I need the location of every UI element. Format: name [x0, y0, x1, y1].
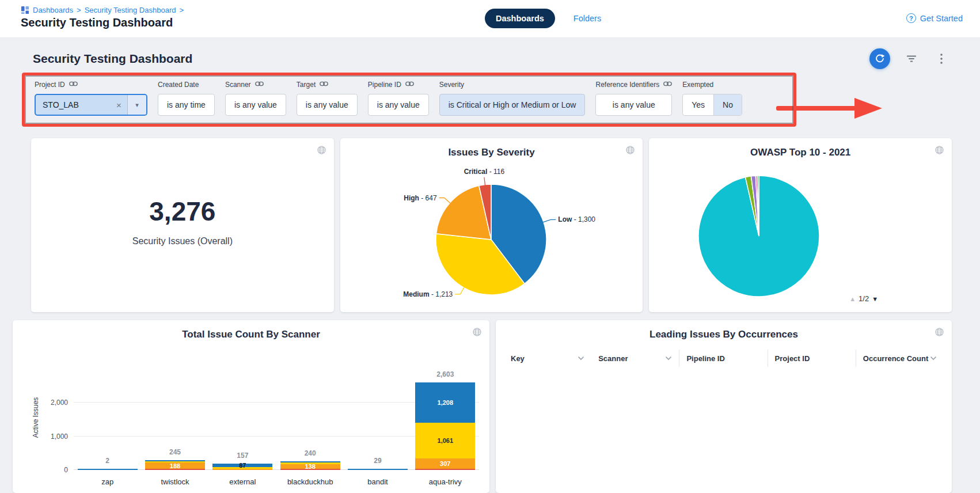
filter-value-target[interactable]: is any value: [297, 94, 358, 116]
dropdown-caret-icon[interactable]: ▾: [128, 95, 146, 115]
bar-segment-medium[interactable]: [280, 462, 340, 464]
stacked-bar-blackduckhub[interactable]: 138: [280, 461, 340, 470]
filter-value-reference_identifiers[interactable]: is any value: [595, 94, 672, 116]
column-label: Key: [511, 354, 525, 363]
kpi-label: Security Issues (Overall): [31, 236, 334, 246]
globe-icon: [935, 327, 944, 337]
page-down-icon[interactable]: ▼: [872, 295, 878, 302]
bar-total-label: 2: [74, 457, 141, 465]
owasp-chart-card: OWASP Top 10 - 2021 ▲ 1/2 ▼: [649, 138, 952, 312]
filter-label-text: Created Date: [158, 81, 199, 89]
exempted-option-no[interactable]: No: [713, 94, 742, 115]
chevron-down-icon: [930, 356, 937, 361]
tab-dashboards[interactable]: Dashboards: [485, 9, 555, 28]
get-started-link[interactable]: ? Get Started: [906, 13, 963, 23]
sort-chevron-icon[interactable]: [578, 356, 584, 361]
chevron-down-icon: [665, 356, 672, 361]
stacked-bar-bandit[interactable]: [348, 469, 408, 470]
stacked-bar-twistlock[interactable]: 188: [145, 460, 205, 470]
filter-created_date: Created Dateis any time: [158, 81, 215, 116]
bar-segment-high[interactable]: [212, 469, 272, 470]
kpi-card: 3,276 Security Issues (Overall): [31, 138, 334, 312]
category-label-external: external: [209, 477, 276, 486]
filter-reference_identifiers: Reference Identifiersis any value: [595, 81, 672, 116]
exempted-option-yes[interactable]: Yes: [683, 94, 713, 115]
bar-total-label: 29: [344, 457, 411, 465]
filter-project_id: Project IDSTO_LAB×▾: [35, 81, 147, 116]
annotation-highlight-box: Project IDSTO_LAB×▾Created Dateis any ti…: [22, 73, 796, 127]
sort-chevron-icon[interactable]: [665, 356, 672, 361]
help-icon: ?: [906, 13, 916, 23]
filter-label-pipeline_id: Pipeline ID: [368, 81, 429, 89]
filter-value-pipeline_id[interactable]: is any value: [368, 94, 429, 116]
project-id-value: STO_LAB: [36, 95, 111, 115]
bar-segment-low[interactable]: 1,208: [415, 382, 475, 423]
bar-total-label: 245: [141, 448, 208, 456]
column-header-pipeline-id[interactable]: Pipeline ID: [679, 350, 767, 367]
pie-label: Critical - 116: [464, 168, 505, 176]
sort-chevron-icon[interactable]: [930, 356, 937, 361]
filter-value-created_date[interactable]: is any time: [158, 94, 215, 116]
filter-exempted: ExemptedYesNo: [682, 81, 742, 116]
filter-label-text: Exempted: [682, 81, 713, 89]
filter-scanner: Scanneris any value: [225, 81, 286, 116]
bar-column-zap: 2zap: [74, 362, 141, 470]
stacked-bar-external[interactable]: 87: [212, 464, 272, 470]
filter-label-created_date: Created Date: [158, 81, 215, 89]
bar-plot-area: 01,0002,0002zap188245twistlock87157exter…: [74, 362, 479, 470]
column-header-project-id[interactable]: Project ID: [768, 350, 856, 367]
dashboard-filter-icon[interactable]: [903, 50, 920, 67]
category-label-aqua-trivy: aqua-trivy: [412, 477, 479, 486]
filter-value-scanner[interactable]: is any value: [225, 94, 286, 116]
filter-label-severity: Severity: [439, 81, 586, 89]
stacked-bar-zap[interactable]: [78, 469, 138, 470]
dashboard-content: Security Testing Dashboard: [0, 46, 980, 493]
column-label: Project ID: [775, 354, 810, 363]
scanner-chart-card: Total Issue Count By Scanner Active Issu…: [13, 320, 489, 493]
breadcrumb-dashboards[interactable]: Dashboards: [33, 6, 73, 14]
breadcrumb-current[interactable]: Security Testing Dashboard: [85, 6, 176, 14]
filter-value-severity[interactable]: is Critical or High or Medium or Low: [439, 94, 586, 116]
scanner-chart-title: Total Issue Count By Scanner: [13, 320, 489, 340]
column-header-key[interactable]: Key: [504, 350, 591, 367]
filter-label-text: Project ID: [35, 81, 65, 89]
page-up-icon[interactable]: ▲: [849, 295, 856, 302]
bar-segment-medium[interactable]: 1,061: [415, 423, 475, 458]
y-tick-label: 0: [64, 466, 68, 474]
refresh-button[interactable]: [869, 48, 890, 69]
bar-segment-low[interactable]: 87: [212, 464, 272, 467]
bar-segment-low[interactable]: [78, 469, 138, 470]
bar-segment-high[interactable]: 188: [145, 462, 205, 469]
tab-folders[interactable]: Folders: [570, 13, 605, 24]
clear-icon[interactable]: ×: [111, 95, 128, 115]
globe-icon: [472, 327, 482, 337]
bar-total-label: 240: [276, 449, 344, 457]
header-tabs: Dashboards Folders: [485, 9, 605, 28]
filter-pipeline_id: Pipeline IDis any value: [368, 81, 429, 116]
pie-label: Medium - 1,213: [403, 290, 453, 298]
pie-label-line: [542, 219, 556, 222]
column-label: Scanner: [598, 354, 628, 363]
bar-segment-low[interactable]: [280, 461, 340, 463]
bar-segment-high[interactable]: 307: [415, 458, 475, 469]
stacked-bar-aqua-trivy[interactable]: 3071,0611,208: [415, 382, 475, 470]
legend-pager: ▲ 1/2 ▼: [849, 294, 878, 303]
bar-segment-critical[interactable]: [415, 469, 475, 470]
bar-segment-low[interactable]: [348, 469, 408, 470]
owasp-pie-chart: [649, 161, 952, 309]
bar-segment-high[interactable]: 138: [280, 464, 340, 469]
y-tick-label: 2,000: [51, 399, 68, 407]
column-header-occurrence-count[interactable]: Occurrence Count: [856, 350, 944, 367]
y-tick-label: 1,000: [51, 433, 68, 441]
project-id-input[interactable]: STO_LAB×▾: [35, 94, 147, 116]
filter-label-project_id: Project ID: [35, 81, 147, 89]
more-options-icon[interactable]: [933, 50, 950, 67]
bar-segment-medium[interactable]: [145, 461, 205, 462]
bar-segment-critical[interactable]: [145, 469, 205, 470]
column-header-scanner[interactable]: Scanner: [591, 350, 679, 367]
link-icon: [405, 81, 414, 89]
bar-segment-low[interactable]: [145, 460, 205, 461]
bar-column-aqua-trivy: 3071,0611,2082,603aqua-trivy: [412, 362, 479, 470]
link-icon: [69, 81, 78, 89]
pie-label-line: [439, 198, 451, 204]
